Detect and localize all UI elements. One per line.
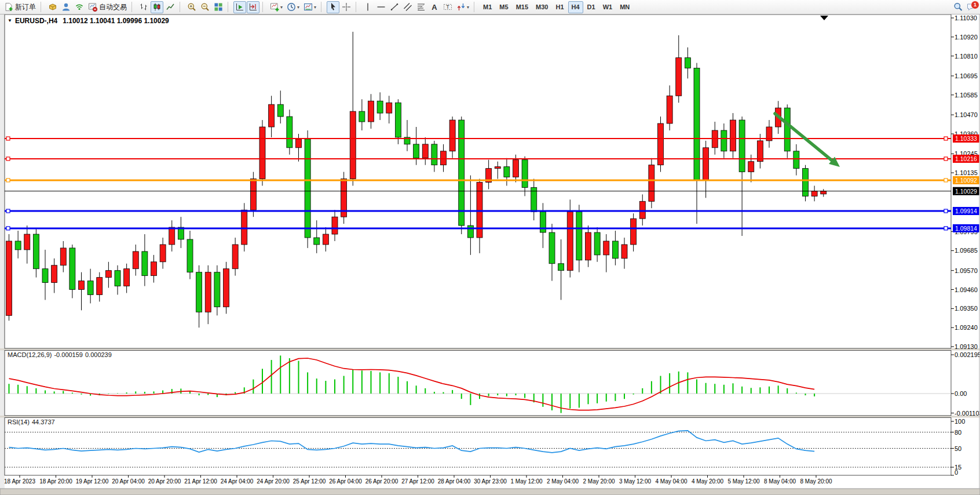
hline-handle[interactable] [944,137,948,140]
svg-text:1.10695: 1.10695 [955,72,978,79]
market-watch-button[interactable] [46,1,59,13]
candle [242,210,247,245]
template-icon [303,2,313,12]
crosshair-icon [342,2,351,12]
autotrading-button[interactable]: 自动交易 [86,1,129,13]
equidistant-channel-button[interactable] [401,1,414,13]
candle [395,103,401,137]
candlestick-mode-button[interactable] [151,1,163,13]
hline-handle[interactable] [944,157,948,161]
candle [42,269,48,283]
hline-handle[interactable] [6,179,10,182]
hline-handle[interactable] [6,137,10,140]
svg-text:8 May 04:00: 8 May 04:00 [764,478,796,485]
cursor-button[interactable] [327,1,339,13]
text-label-button[interactable] [441,1,454,13]
svg-text:2 May 04:00: 2 May 04:00 [547,478,579,485]
window-bottom-edge [0,489,980,495]
notifications-button[interactable]: 1 [965,1,978,13]
price-label-text: 1.10092 [955,177,977,184]
chart-symbol-period: EURUSD-,H4 [15,17,57,25]
timeframe-m30-button[interactable]: M30 [532,1,551,13]
timeframe-m15-button[interactable]: M15 [513,1,532,13]
new-order-button[interactable]: 新订单 [2,1,38,13]
candle [115,271,120,286]
price-label-text: 1.10216 [955,155,977,162]
svg-text:28 Apr 04:00: 28 Apr 04:00 [438,478,471,485]
zoom-in-button[interactable] [185,1,198,13]
svg-text:3 May 12:00: 3 May 12:00 [619,478,651,485]
horizontal-line-button[interactable] [375,1,387,13]
periods-button[interactable]: ▾ [285,1,301,13]
tile-windows-button[interactable] [212,1,225,13]
bar-chart-mode-button[interactable] [137,1,150,13]
hline-handle[interactable] [6,227,10,230]
crosshair-button[interactable] [340,1,353,13]
candle [676,58,682,96]
line-chart-mode-button[interactable] [164,1,177,13]
chart-shift-button[interactable] [247,1,259,13]
svg-text:1.10810: 1.10810 [955,53,978,60]
svg-text:1.09570: 1.09570 [955,267,978,274]
templates-button[interactable]: ▾ [302,1,318,13]
search-button[interactable] [952,1,964,13]
svg-text:80: 80 [955,429,961,436]
timeframe-mn-button[interactable]: MN [616,1,633,13]
candle [621,245,627,259]
svg-text:1 May 12:00: 1 May 12:00 [510,478,542,485]
templates-caret-icon[interactable]: ▾ [314,5,316,10]
svg-text:1.10135: 1.10135 [955,169,978,176]
arrow-objects-button[interactable]: ▾ [455,1,471,13]
svg-text:0: 0 [955,469,958,476]
chart-title[interactable]: ▼EURUSD-,H41.10012 1.10041 1.09996 1.100… [8,17,169,25]
candle [15,241,21,250]
auto-scroll-button[interactable] [233,1,246,13]
timeframe-d1-button[interactable]: D1 [584,1,599,13]
arrows-icon [456,2,466,12]
autoscroll-icon [235,2,244,12]
autotrading-label: 自动交易 [99,2,127,12]
trendline-button[interactable] [388,1,401,13]
linechart-icon [166,2,175,12]
macd-value-2: 0.000239 [85,351,112,358]
fibonacci-retracement-button[interactable] [415,1,427,13]
macd-name: MACD(12,26,9) [8,351,52,358]
hline-handle[interactable] [944,209,948,213]
hline-handle[interactable] [944,227,948,230]
hline-handle[interactable] [6,209,10,213]
svg-text:5 May 12:00: 5 May 12:00 [727,478,759,485]
zoom-out-button[interactable] [199,1,211,13]
candle [594,232,600,255]
candle-icon [152,2,162,12]
candle [540,212,546,232]
timeframe-h1-button[interactable]: H1 [552,1,567,13]
community-button[interactable] [60,1,72,13]
arrow-objects-caret-icon[interactable]: ▾ [467,5,469,10]
symbol-dropdown-icon[interactable]: ▼ [8,18,12,23]
text-button[interactable] [428,1,441,13]
hline-handle[interactable] [944,179,948,182]
market-icon [48,2,57,12]
indicators-list-caret-icon[interactable]: ▾ [280,5,283,10]
periods-caret-icon[interactable]: ▾ [297,5,299,10]
timeframe-m5-button[interactable]: M5 [496,1,511,13]
svg-text:20 Apr 20:00: 20 Apr 20:00 [148,478,181,485]
hline-handle[interactable] [6,157,10,161]
candle [730,120,736,151]
signals-button[interactable] [73,1,86,13]
panel-separator[interactable] [0,416,980,418]
panel-separator[interactable] [0,348,980,351]
trend-icon [390,2,399,12]
timeframe-m1-button[interactable]: M1 [480,1,495,13]
cursor-icon [328,2,338,12]
chart-canvas[interactable]: 1.110301.109201.108101.106951.105851.104… [0,0,980,495]
candle [631,219,637,245]
timeframe-h4-button[interactable]: H4 [568,1,583,13]
indicators-list-button[interactable]: ▾ [268,1,284,13]
candle [685,58,690,68]
svg-text:1.09685: 1.09685 [955,247,978,254]
svg-text:25 Apr 12:00: 25 Apr 12:00 [293,478,326,485]
vertical-line-button[interactable] [361,1,374,13]
price-label-text: 1.10333 [955,135,977,142]
timeframe-w1-button[interactable]: W1 [599,1,616,13]
